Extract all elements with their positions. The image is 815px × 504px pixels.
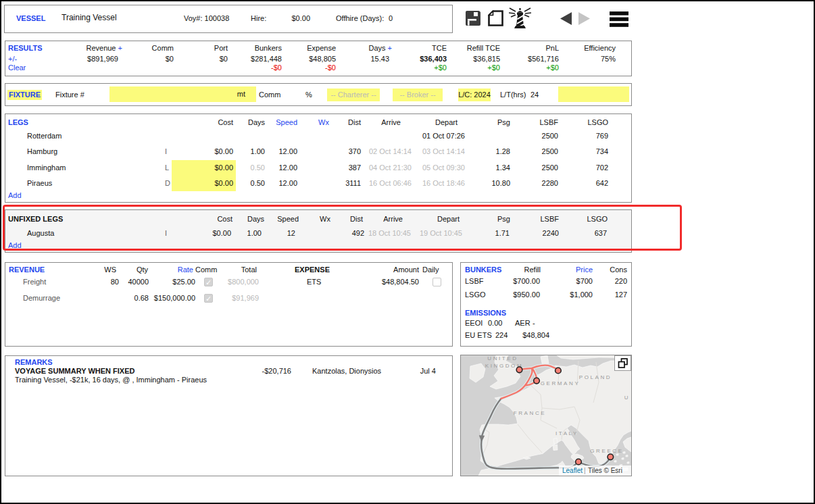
leg-port[interactable]: Immingham: [27, 163, 66, 172]
revenue-rate[interactable]: $25.00: [172, 278, 195, 286]
remarks-section[interactable]: REMARKS VOYAGE SUMMARY WHEN FIXED -$20,7…: [5, 355, 453, 476]
unfixed-leg-lsbf[interactable]: 2240: [543, 229, 559, 238]
leg-cost[interactable]: $0.00: [214, 179, 233, 188]
leg-dist[interactable]: 3111: [345, 179, 361, 188]
svg-text:Tiles © Esri: Tiles © Esri: [588, 467, 622, 474]
bunkers-refill[interactable]: $700.00: [513, 277, 540, 286]
unfixed-leg-psg: 1.71: [495, 229, 510, 238]
leg-cost[interactable]: $0.00: [214, 147, 233, 156]
fixture-broker-select[interactable]: -- Broker --: [393, 89, 443, 101]
leg-psg: 10.80: [491, 179, 510, 188]
unfixed-leg-cost[interactable]: $0.00: [212, 229, 231, 238]
unfixed-header-lsbf: LSBF: [540, 215, 559, 224]
new-document-icon[interactable]: [488, 10, 503, 26]
unfixed-leg-port[interactable]: Augusta: [27, 229, 54, 238]
forward-icon[interactable]: [578, 12, 590, 25]
vessel-section-title[interactable]: VESSEL: [16, 14, 45, 23]
map-attribution-leaflet-link[interactable]: Leaflet: [562, 467, 583, 474]
leg-cost[interactable]: $0.00: [214, 163, 233, 172]
leg-arrive[interactable]: 16 Oct 06:46: [369, 179, 412, 188]
unfixed-leg-speed[interactable]: 12: [287, 229, 295, 238]
leg-lsgo[interactable]: 702: [596, 163, 608, 172]
leg-arrive[interactable]: 04 Oct 21:30: [369, 163, 412, 172]
legs-header-wx[interactable]: Wx: [318, 118, 329, 127]
unfixed-leg-type[interactable]: I: [165, 229, 167, 238]
leg-speed[interactable]: 12.00: [278, 179, 297, 188]
leg-lsgo[interactable]: 769: [596, 132, 608, 141]
leg-days[interactable]: 1.00: [251, 147, 265, 156]
revenue-comm-checkbox[interactable]: ✓: [204, 294, 213, 303]
revenue-qty[interactable]: 0.68: [134, 294, 149, 303]
unfixed-legs-add-link[interactable]: Add: [8, 241, 22, 250]
fixture-quantity-input[interactable]: mt: [109, 86, 256, 102]
unfixed-leg-days[interactable]: 1.00: [247, 229, 262, 238]
leg-speed[interactable]: 12.00: [278, 147, 297, 156]
lighthouse-icon[interactable]: [509, 7, 531, 30]
results-value-efficiency: 75%: [601, 55, 616, 64]
expense-amount[interactable]: $48,804.50: [382, 278, 419, 286]
leg-days[interactable]: 0.50: [251, 163, 265, 172]
vessel-bar: VESSEL Training Vessel Voy#: 100038 Hire…: [4, 5, 453, 33]
leg-type[interactable]: D: [165, 179, 170, 188]
leg-speed[interactable]: 12.00: [278, 163, 297, 172]
leg-type[interactable]: I: [165, 147, 167, 156]
fixture-lt-value[interactable]: 24: [530, 91, 539, 99]
legs-header-days: Days: [248, 118, 265, 127]
revenue-rate[interactable]: $150,000.00: [154, 294, 195, 303]
map-layers-control[interactable]: [615, 356, 631, 371]
results-value-tce: $36,403: [420, 55, 447, 64]
vessel-name[interactable]: Training Vessel: [61, 13, 117, 22]
days-plus-link[interactable]: +: [388, 44, 392, 52]
leg-lsbf[interactable]: 2500: [542, 132, 558, 141]
unfixed-leg-depart[interactable]: 19 Oct 10:45: [420, 229, 462, 238]
leg-depart[interactable]: 03 Oct 14:14: [422, 147, 465, 156]
fixture-lc-field[interactable]: L/C: 2024: [458, 89, 491, 101]
revenue-plus-link[interactable]: +: [118, 44, 122, 52]
leg-lsgo[interactable]: 734: [596, 147, 608, 156]
unfixed-leg-dist[interactable]: 492: [352, 229, 364, 238]
unfixed-leg-lsgo[interactable]: 637: [595, 229, 607, 238]
fixture-charterer-select[interactable]: -- Charterer --: [327, 89, 380, 101]
bunkers-price[interactable]: $700: [576, 277, 593, 286]
leg-port[interactable]: Piraeus: [27, 179, 52, 188]
leg-port[interactable]: Rotterdam: [27, 132, 61, 141]
expense-daily-checkbox[interactable]: [433, 278, 441, 286]
leg-days[interactable]: 0.50: [251, 179, 265, 188]
leg-port[interactable]: Hamburg: [27, 147, 57, 156]
leg-depart[interactable]: 16 Oct 18:46: [422, 179, 465, 188]
fixture-extra-input[interactable]: [558, 86, 629, 102]
leg-lsgo[interactable]: 642: [596, 179, 608, 188]
leg-dist[interactable]: 387: [349, 163, 361, 172]
revenue-ws[interactable]: 80: [111, 278, 119, 286]
leg-dist[interactable]: 370: [349, 147, 361, 156]
revenue-header-rate[interactable]: Rate: [178, 266, 193, 274]
back-icon[interactable]: [560, 12, 572, 25]
leg-lsbf[interactable]: 2500: [542, 163, 558, 172]
leg-lsbf[interactable]: 2280: [542, 179, 558, 188]
expense-row-label[interactable]: ETS: [307, 278, 321, 286]
menu-icon[interactable]: [610, 11, 628, 27]
leg-lsbf[interactable]: 2500: [542, 147, 558, 156]
revenue-qty[interactable]: 40000: [128, 278, 149, 286]
leg-type[interactable]: L: [165, 163, 169, 172]
results-adjust-link[interactable]: +/-: [8, 55, 17, 64]
emissions-aer-value: -: [533, 319, 535, 328]
bunkers-header-price[interactable]: Price: [576, 266, 593, 274]
offhire-value[interactable]: 0: [389, 14, 393, 23]
leg-depart[interactable]: 01 Oct 07:26: [422, 132, 465, 141]
save-icon[interactable]: [464, 9, 482, 27]
unfixed-leg-arrive[interactable]: 18 Oct 10:45: [368, 229, 411, 238]
revenue-comm-checkbox[interactable]: ✓: [204, 278, 213, 286]
bunkers-refill[interactable]: $950.00: [513, 291, 540, 299]
results-clear-link[interactable]: Clear: [8, 64, 26, 72]
legs-header-speed[interactable]: Speed: [276, 118, 297, 127]
revenue-row-label[interactable]: Demurrage: [23, 294, 60, 303]
revenue-row-label[interactable]: Freight: [23, 278, 46, 286]
bunkers-price[interactable]: $1,000: [570, 291, 593, 299]
route-map[interactable]: UNITED KINGDOM POLAND GERMANY FRANCE ITA…: [460, 355, 632, 476]
legs-add-link[interactable]: Add: [8, 191, 22, 200]
hire-value[interactable]: $0.00: [291, 14, 310, 23]
leg-depart[interactable]: 05 Oct 09:30: [422, 163, 465, 172]
leg-arrive[interactable]: 02 Oct 14:14: [369, 147, 412, 156]
voyage-number: 100038: [205, 14, 230, 22]
